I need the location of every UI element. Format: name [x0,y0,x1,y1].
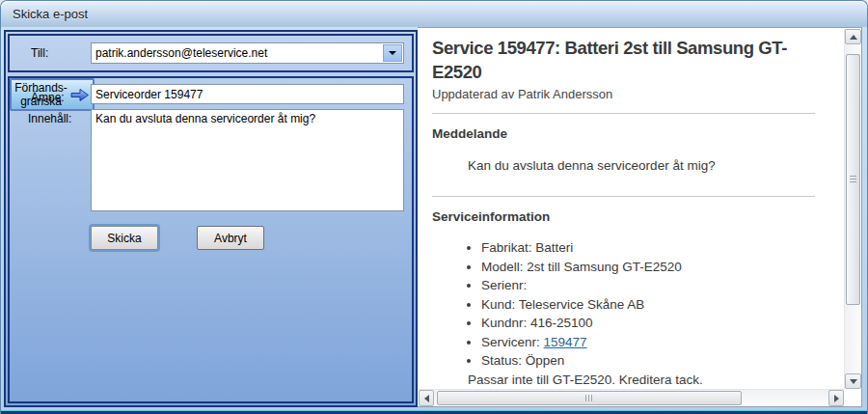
message-group: Ämne: Innehåll: Kan du avsluta denna ser… [8,76,414,403]
preview-updated-by: Uppdaterad av Patrik Andersson [432,87,842,101]
scroll-grip-icon [850,176,856,183]
divider [432,196,815,197]
email-form-panel: Till: patrik.andersson@teleservice.net Ä… [4,30,418,407]
preview-title: Service 159477: Batteri 2st till Samsung… [432,36,827,84]
body-label: Innehåll: [28,112,71,125]
scroll-left-button[interactable] [419,390,434,406]
vertical-scrollbar[interactable] [844,29,860,389]
subject-label: Ämne: [31,91,65,104]
triangle-up-icon [850,35,857,40]
item-label: Status: [481,353,522,368]
scroll-right-button[interactable] [828,390,844,406]
item-label: Servicenr: [481,335,540,349]
preview-pane: Service 159477: Batteri 2st till Samsung… [418,27,862,407]
vertical-scroll-thumb[interactable] [846,54,860,305]
horizontal-scroll-thumb[interactable] [437,391,742,405]
list-item: Status: Öppen [481,351,842,371]
chevron-down-icon [389,51,396,55]
scroll-grip-icon [585,395,593,401]
list-item: Kundnr: 416-25100 [481,314,842,333]
list-item: Servicenr: 159477 [481,333,842,352]
send-button[interactable]: Skicka [91,226,158,250]
note-text: Passar inte till GT-E2520. Kreditera tac… [468,371,842,390]
item-label: Modell: [481,260,524,274]
horizontal-scrollbar[interactable] [419,389,844,405]
to-label: Till: [31,46,48,60]
window-title: Skicka e-post [13,7,88,21]
subject-input[interactable] [91,84,404,104]
to-combobox[interactable]: patrik.andersson@teleservice.net [91,42,404,64]
triangle-down-icon [850,379,857,384]
scroll-up-button[interactable] [845,29,861,44]
triangle-right-icon [834,395,839,402]
to-dropdown-button[interactable] [383,44,402,62]
list-item: Fabrikat: Batteri [481,238,842,258]
scroll-down-button[interactable] [845,373,861,389]
item-value: Öppen [526,353,565,368]
item-value: 416-25100 [530,316,593,330]
service-heading: Serviceinformation [432,209,842,224]
service-info-list: Fabrikat: Batteri Modell: 2st till Samsu… [432,238,842,371]
item-label: Kund: [481,297,515,312]
list-item: Kund: Teleservice Skåne AB [481,295,842,315]
item-label: Fabrikat: [481,240,532,255]
item-label: Kundnr: [481,316,527,330]
titlebar[interactable]: Skicka e-post [1,1,867,27]
cancel-button[interactable]: Avbryt [197,226,264,250]
body-textarea[interactable]: Kan du avsluta denna serviceorder åt mig… [91,109,404,211]
arrow-right-icon [70,88,90,102]
item-label: Serienr: [481,278,527,292]
list-item: Modell: 2st till Samsung GT-E2520 [481,258,842,277]
preview-content: Service 159477: Batteri 2st till Samsung… [418,28,861,406]
list-item: Serienr: [481,276,842,295]
to-value: patrik.andersson@teleservice.net [95,43,382,63]
item-value: Teleservice Skåne AB [519,297,645,312]
to-group: Till: patrik.andersson@teleservice.net [8,34,414,72]
message-heading: Meddelande [432,126,842,141]
item-value: 2st till Samsung GT-E2520 [527,260,682,274]
message-text: Kan du avsluta denna serviceorder åt mig… [468,158,842,173]
window-bottom-frame [1,410,867,414]
item-value: Batteri [535,240,573,255]
dialog-skicka-epost: Skicka e-post Till: patrik.andersson@tel… [0,0,868,414]
servicenr-link[interactable]: 159477 [544,335,587,349]
divider [432,113,815,114]
triangle-left-icon [424,395,429,402]
